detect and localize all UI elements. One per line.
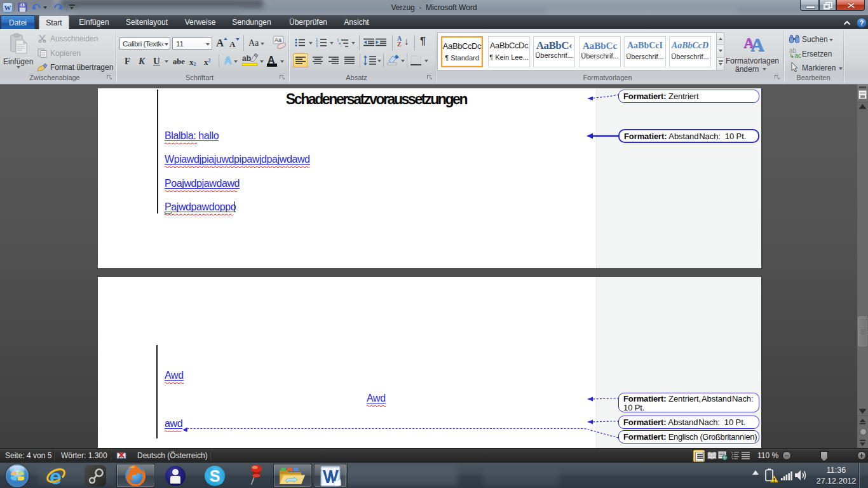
svg-text:Aa: Aa <box>275 37 281 43</box>
svg-text:S: S <box>210 467 220 485</box>
svg-text:3: 3 <box>316 44 318 47</box>
svg-text:i: i <box>341 44 341 47</box>
svg-text:e: e <box>50 464 62 487</box>
